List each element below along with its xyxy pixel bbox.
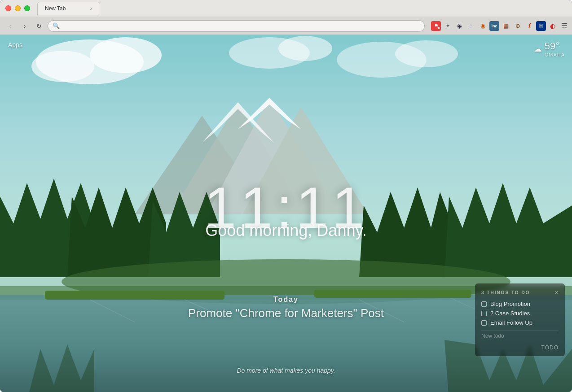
apps-link[interactable]: Apps bbox=[8, 41, 22, 48]
focus-label: Today bbox=[188, 296, 384, 304]
motivational-quote: Do more of what makes you happy. bbox=[237, 367, 335, 374]
weather-cloud-icon: ☁ bbox=[534, 44, 542, 54]
weather-temperature: 59° bbox=[545, 40, 559, 52]
weather-widget[interactable]: ☁ 59° OMAHA bbox=[534, 40, 565, 57]
todo-checkbox-2[interactable] bbox=[481, 311, 487, 316]
forward-button[interactable]: › bbox=[19, 20, 31, 32]
ext-icon-9[interactable]: f bbox=[524, 21, 534, 31]
focus-section: Today Promote "Chrome for Marketers" Pos… bbox=[188, 296, 384, 320]
close-window-button[interactable] bbox=[5, 5, 11, 11]
back-button[interactable]: ‹ bbox=[4, 20, 16, 32]
title-bar: New Tab × bbox=[0, 0, 572, 17]
todo-header: 3 THINGS TO DO × bbox=[481, 289, 559, 296]
todo-label-3: Email Follow Up bbox=[490, 319, 532, 326]
todo-widget: 3 THINGS TO DO × Blog Promotion 2 Case S… bbox=[475, 283, 565, 356]
svg-point-5 bbox=[278, 36, 332, 61]
ext-icon-4[interactable]: ○ bbox=[466, 21, 476, 31]
tab-bar: New Tab × bbox=[37, 2, 567, 15]
todo-checkbox-3[interactable] bbox=[481, 320, 487, 326]
extension-icons: ⚑8 ✦ ◈ ○ ◉ inc ▦ ⊕ f H ◐ ☰ bbox=[431, 21, 568, 31]
new-todo-input[interactable] bbox=[481, 331, 559, 341]
todo-label-2: 2 Case Studies bbox=[490, 310, 530, 317]
svg-point-3 bbox=[31, 51, 94, 82]
greeting-text: Good morning, Danny. bbox=[205, 221, 367, 240]
ext-icon-5[interactable]: ◉ bbox=[478, 21, 488, 31]
ext-icon-8[interactable]: ⊕ bbox=[513, 21, 523, 31]
todo-item-1[interactable]: Blog Promotion bbox=[481, 301, 559, 307]
todo-item-3[interactable]: Email Follow Up bbox=[481, 319, 559, 326]
maximize-window-button[interactable] bbox=[24, 5, 30, 11]
active-tab[interactable]: New Tab × bbox=[37, 2, 100, 15]
ext-icon-11[interactable]: ◐ bbox=[548, 21, 558, 31]
os-window: New Tab × ‹ › ↻ 🔍 ⚑8 ✦ ◈ ○ ◉ inc ▦ ⊕ f H… bbox=[0, 0, 572, 392]
tab-title: New Tab bbox=[45, 5, 66, 12]
weather-info: 59° OMAHA bbox=[545, 40, 565, 57]
focus-task[interactable]: Promote "Chrome for Marketers" Post bbox=[188, 306, 384, 320]
ext-icon-3[interactable]: ◈ bbox=[454, 21, 464, 31]
todo-title: 3 THINGS TO DO bbox=[481, 290, 530, 295]
main-content: Apps ☁ 59° OMAHA 11:11 Good morning, Dan… bbox=[0, 35, 572, 392]
todo-close-button[interactable]: × bbox=[555, 289, 559, 296]
ext-icon-1[interactable]: ⚑8 bbox=[431, 21, 441, 31]
ext-icon-10[interactable]: H bbox=[536, 21, 546, 31]
browser-menu-icon[interactable]: ☰ bbox=[561, 22, 568, 30]
todo-checkbox-1[interactable] bbox=[481, 301, 487, 307]
todo-label-1: Blog Promotion bbox=[490, 301, 530, 307]
weather-city: OMAHA bbox=[545, 52, 565, 57]
ext-icon-7[interactable]: ▦ bbox=[501, 21, 511, 31]
tab-close-button[interactable]: × bbox=[90, 6, 92, 11]
nav-bar: ‹ › ↻ 🔍 ⚑8 ✦ ◈ ○ ◉ inc ▦ ⊕ f H ◐ ☰ bbox=[0, 17, 572, 35]
svg-point-7 bbox=[395, 40, 458, 67]
minimize-window-button[interactable] bbox=[15, 5, 21, 11]
ext-icon-6[interactable]: inc bbox=[489, 21, 499, 31]
ext-icon-2[interactable]: ✦ bbox=[443, 21, 453, 31]
refresh-button[interactable]: ↻ bbox=[33, 20, 45, 32]
svg-point-2 bbox=[90, 37, 162, 73]
address-bar[interactable]: 🔍 bbox=[48, 20, 425, 32]
window-controls bbox=[5, 5, 30, 11]
todo-item-2[interactable]: 2 Case Studies bbox=[481, 310, 559, 317]
todo-footer-label[interactable]: Todo bbox=[481, 344, 559, 351]
